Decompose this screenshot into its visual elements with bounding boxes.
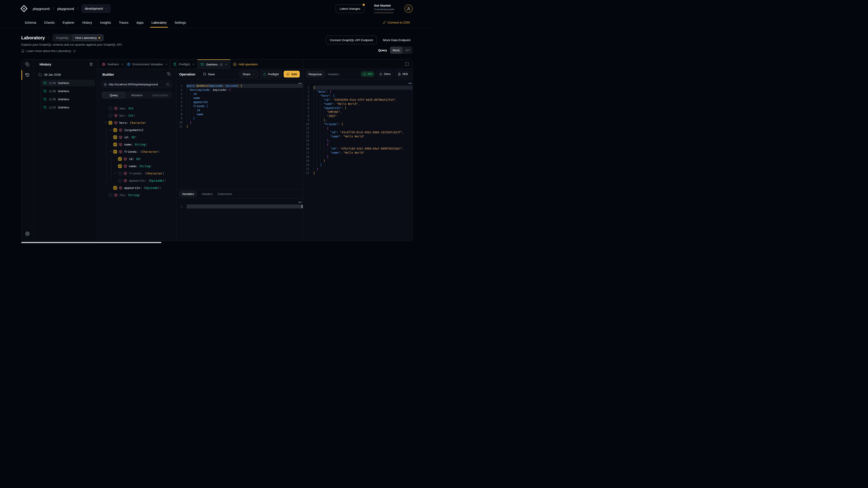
builder-field-row[interactable]: appearsIn:[Episode]! [97, 184, 176, 191]
builder-tab-mutation[interactable]: Mutation [125, 92, 149, 98]
field-checkbox[interactable] [108, 106, 112, 110]
nav-explorer[interactable]: Explorer [62, 18, 75, 28]
environment-selector[interactable]: development [82, 4, 111, 13]
nav-history[interactable]: History [82, 18, 93, 28]
variables-editor[interactable]: 1 [176, 204, 303, 208]
copy-icon[interactable] [167, 72, 170, 76]
builder-field-row[interactable]: appearsIn:[Episode]! [97, 177, 176, 184]
code-line[interactable]: 5"name": "Hello World", [303, 102, 413, 106]
field-checkbox[interactable] [108, 193, 112, 197]
code-line[interactable]: 7id [176, 108, 303, 112]
horizontal-scrollbar[interactable] [21, 242, 161, 243]
builder-tab-query[interactable]: Query [102, 92, 125, 98]
builder-field-row[interactable]: bar:Int! [97, 112, 176, 119]
field-checkbox[interactable] [113, 150, 117, 154]
field-checkbox[interactable] [113, 186, 117, 190]
code-line[interactable]: 6"appearsIn": [ [303, 106, 413, 110]
code-line[interactable]: 9], [303, 118, 413, 122]
nav-schema[interactable]: Schema [24, 18, 37, 28]
connect-to-cdn-link[interactable]: Connect to CDN [383, 17, 410, 28]
field-checkbox[interactable] [108, 113, 112, 118]
builder-field-row[interactable]: hero:Character [97, 119, 176, 126]
field-checkbox[interactable] [118, 157, 122, 161]
trash-icon[interactable] [89, 62, 93, 66]
get-started-widget[interactable]: Get Started 3 remaining tasks [374, 4, 395, 13]
toggle-graphiql[interactable]: GraphiQL [53, 35, 72, 41]
code-line[interactable]: 8"JEDI" [303, 114, 413, 118]
share-button[interactable]: Share ··· [240, 71, 258, 77]
nav-checks[interactable]: Checks [43, 18, 55, 28]
tab-variables[interactable]: Variables [179, 191, 197, 197]
field-checkbox[interactable] [113, 135, 117, 139]
code-line[interactable]: 4"id": "93038304-01a1-4f5f-b620-d6f9be51… [303, 98, 413, 102]
divider[interactable] [303, 59, 303, 241]
collections-icon[interactable] [25, 62, 29, 66]
field-checkbox[interactable] [118, 179, 122, 183]
field-checkbox[interactable] [118, 171, 122, 175]
code-line[interactable]: 10} [176, 121, 303, 125]
field-checkbox[interactable] [108, 121, 112, 125]
avatar[interactable] [404, 4, 413, 13]
code-line[interactable]: 14}, [303, 138, 413, 142]
code-line[interactable]: 1query GetHero($episode: Episode) { [176, 84, 303, 88]
nav-traces[interactable]: Traces [119, 18, 129, 28]
chevron-right-icon[interactable] [114, 172, 117, 175]
code-line[interactable]: 18} [303, 155, 413, 159]
code-line[interactable]: 8name [176, 112, 303, 116]
refresh-icon[interactable] [166, 83, 170, 86]
nav-apps[interactable]: Apps [136, 18, 144, 28]
chevron-down-icon[interactable] [109, 150, 112, 153]
history-entry[interactable]: 11:56 GetHero [41, 88, 95, 94]
code-line[interactable]: 5appearsIn [176, 100, 303, 104]
builder-field-row[interactable]: [arguments] [97, 126, 176, 133]
history-entry[interactable]: 11:56 GetHero [41, 79, 95, 86]
breadcrumb-project[interactable]: playground [57, 7, 74, 11]
endpoint-url-input[interactable]: http://localhost:3000/api/lab/playground [101, 81, 172, 88]
edit-button[interactable]: Edit [284, 71, 300, 77]
mode-mock[interactable]: Mock [390, 46, 402, 54]
builder-field-row[interactable]: aaa:Int [97, 105, 176, 112]
builder-tab-subscription[interactable]: Subscription [149, 92, 172, 98]
code-line[interactable]: 7"EMPIRE", [303, 110, 413, 114]
code-line[interactable]: 20} [303, 163, 413, 167]
breadcrumb-org[interactable]: playground [33, 7, 50, 11]
code-line[interactable]: 3id [176, 92, 303, 96]
builder-field-row[interactable]: foo:String! [97, 191, 176, 199]
code-line[interactable]: 12"id": "43cdf739-81c6-45b1-b8b6-163356f… [303, 130, 413, 134]
builder-field-row[interactable]: id:ID! [97, 155, 176, 162]
tab-response-headers[interactable]: Headers [328, 72, 339, 76]
chevron-down-icon[interactable] [104, 121, 107, 124]
preflight-button[interactable]: Preflight [260, 71, 282, 77]
scrollbar-thumb[interactable] [302, 205, 303, 208]
hive-logo-icon[interactable] [20, 5, 28, 12]
code-line[interactable]: 2hero(episode: $episode) { [176, 88, 303, 92]
builder-field-row[interactable]: id:ID! [97, 133, 176, 141]
field-checkbox[interactable] [113, 142, 117, 147]
code-line[interactable]: 11} [176, 125, 303, 129]
code-line[interactable]: 13"name": "Hello World" [303, 134, 413, 138]
nav-settings[interactable]: Settings [174, 18, 186, 28]
builder-field-row[interactable]: name:String! [97, 162, 176, 170]
code-line[interactable]: 10"friends": [ [303, 122, 413, 126]
builder-field-row[interactable]: friends:[Character] [97, 170, 176, 177]
history-entry[interactable]: 11:56 GetHero [41, 96, 95, 103]
field-checkbox[interactable] [118, 164, 122, 168]
latest-changes-button[interactable]: Latest changes [336, 4, 364, 13]
tab-response[interactable]: Response [306, 71, 324, 77]
chevron-down-icon[interactable] [109, 128, 112, 131]
code-line[interactable]: 6friends { [176, 104, 303, 108]
mode-api[interactable]: API [402, 46, 412, 54]
code-line[interactable]: 22} [303, 171, 413, 175]
field-checkbox[interactable] [113, 128, 117, 132]
nav-laboratory[interactable]: Laboratory [151, 18, 167, 28]
code-line[interactable]: 21} [303, 167, 413, 171]
mock-endpoint-button[interactable]: Mock Data Endpoint [383, 36, 410, 44]
code-line[interactable]: 1{ [303, 86, 413, 90]
learn-more-link[interactable]: Learn more about the Laboratory [21, 49, 76, 53]
code-line[interactable]: 16"id": "d76cfc8d-41b1-4968-b9af-0890783… [303, 147, 413, 151]
code-line[interactable]: 3"hero": { [303, 94, 413, 98]
tab-extensions[interactable]: Extensions [218, 192, 232, 196]
code-line[interactable]: 15{ [303, 142, 413, 147]
save-button[interactable]: Save [203, 72, 215, 76]
query-editor[interactable]: 1query GetHero($episode: Episode) {2hero… [176, 84, 303, 129]
